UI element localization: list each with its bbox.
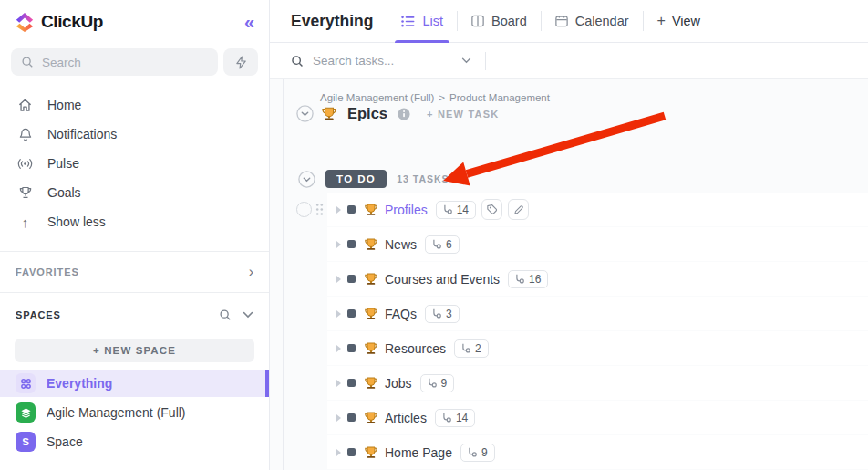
- add-view-button[interactable]: + View: [657, 13, 701, 29]
- expand-caret-icon[interactable]: [336, 276, 341, 283]
- task-row[interactable]: Courses and Events 16: [327, 262, 868, 296]
- status-square-icon[interactable]: [347, 205, 356, 214]
- drag-handle-icon[interactable]: [315, 203, 324, 216]
- task-name[interactable]: Profiles: [385, 203, 428, 217]
- new-task-button[interactable]: + NEW TASK: [427, 109, 499, 120]
- status-square-icon[interactable]: [347, 275, 356, 283]
- space-label: Agile Management (Full): [46, 405, 186, 420]
- tag-button[interactable]: [481, 199, 502, 220]
- spaces-search-icon[interactable]: [219, 308, 232, 321]
- expand-caret-icon[interactable]: [336, 380, 341, 387]
- space-label: Everything: [46, 376, 112, 391]
- info-icon[interactable]: [398, 108, 410, 120]
- task-name[interactable]: News: [385, 237, 417, 252]
- task-row[interactable]: Home Page 9: [327, 435, 868, 469]
- tab-board[interactable]: Board: [471, 0, 527, 43]
- new-space-button[interactable]: + NEW SPACE: [15, 339, 254, 362]
- tab-list[interactable]: List: [401, 0, 443, 43]
- subtask-count-badge[interactable]: 3: [425, 305, 460, 323]
- layers-icon: [16, 402, 36, 423]
- sidebar-search-input[interactable]: Search: [11, 48, 218, 76]
- sidebar-item-space[interactable]: S Space: [0, 428, 269, 455]
- status-square-icon[interactable]: [347, 379, 356, 387]
- sidebar-item-show-less[interactable]: ↑ Show less: [0, 207, 269, 236]
- status-square-icon[interactable]: [347, 344, 356, 352]
- task-name[interactable]: Jobs: [385, 376, 412, 391]
- pencil-icon: [513, 204, 524, 215]
- chevron-down-icon[interactable]: [243, 311, 253, 319]
- chevron-down-icon[interactable]: [461, 57, 471, 64]
- trophy-icon: [321, 106, 337, 122]
- rename-button[interactable]: [508, 199, 529, 220]
- space-label: Space: [46, 434, 83, 449]
- status-badge[interactable]: TO DO: [326, 170, 387, 188]
- status-square-icon[interactable]: [347, 448, 356, 456]
- sidebar-item-everything[interactable]: Everything: [0, 370, 269, 397]
- subtask-count: 6: [446, 238, 452, 251]
- task-name[interactable]: Courses and Events: [385, 272, 500, 287]
- quick-action-button[interactable]: [223, 48, 258, 76]
- task-row[interactable]: News 6: [327, 227, 868, 261]
- clickup-logo[interactable]: ClickUp: [15, 11, 103, 33]
- subtask-count-badge[interactable]: 2: [454, 339, 489, 358]
- subtask-count-badge[interactable]: 9: [460, 444, 495, 462]
- task-toolbar: Search tasks...: [270, 43, 868, 79]
- expand-caret-icon[interactable]: [336, 345, 341, 352]
- brand-name: ClickUp: [41, 12, 103, 32]
- subtask-icon: [466, 446, 478, 458]
- expand-caret-icon[interactable]: [336, 241, 341, 248]
- breadcrumb[interactable]: Agile Management (Full)>Product Manageme…: [320, 92, 550, 103]
- subtask-icon: [513, 273, 525, 285]
- subtask-count-badge[interactable]: 9: [420, 374, 455, 392]
- expand-caret-icon[interactable]: [336, 449, 341, 456]
- collapse-sidebar-icon[interactable]: «: [244, 13, 254, 31]
- select-task-circle[interactable]: [296, 202, 312, 217]
- favorites-header[interactable]: FAVORITES ›: [0, 252, 269, 292]
- subtask-icon: [426, 377, 438, 389]
- tab-calendar[interactable]: Calendar: [555, 0, 629, 43]
- collapse-toggle-icon[interactable]: [296, 105, 314, 122]
- home-icon: [16, 98, 34, 113]
- task-name[interactable]: Resources: [385, 341, 446, 356]
- task-name[interactable]: Home Page: [385, 445, 452, 460]
- task-row[interactable]: Resources 2: [327, 331, 868, 365]
- subtask-count-badge[interactable]: 14: [436, 201, 476, 219]
- subtask-count: 14: [457, 204, 469, 216]
- subtask-count-badge[interactable]: 16: [508, 270, 548, 288]
- space-initial-avatar: S: [16, 432, 36, 452]
- sidebar-item-pulse[interactable]: Pulse: [0, 149, 269, 178]
- task-search-input[interactable]: Search tasks...: [291, 54, 471, 68]
- status-square-icon[interactable]: [347, 309, 356, 318]
- status-square-icon[interactable]: [347, 240, 356, 248]
- breadcrumb-space[interactable]: Agile Management (Full): [320, 92, 434, 103]
- goals-trophy-icon: [16, 185, 34, 200]
- breadcrumb-separator: >: [439, 92, 445, 103]
- view-header: Everything List Board: [270, 0, 868, 43]
- task-row[interactable]: Profiles 14: [327, 193, 868, 226]
- subtask-count-badge[interactable]: 6: [425, 235, 460, 254]
- chevron-right-icon[interactable]: ›: [249, 264, 253, 280]
- task-row[interactable]: Jobs 9: [327, 366, 868, 400]
- group-collapse-icon[interactable]: [298, 171, 315, 188]
- task-name[interactable]: Articles: [385, 411, 427, 425]
- status-square-icon[interactable]: [347, 413, 356, 422]
- expand-caret-icon[interactable]: [336, 414, 341, 422]
- divider: [485, 52, 486, 70]
- spaces-header[interactable]: SPACES: [0, 298, 269, 331]
- breadcrumb-folder[interactable]: Product Management: [450, 92, 550, 103]
- sidebar-item-notifications[interactable]: Notifications: [0, 120, 269, 149]
- expand-caret-icon[interactable]: [336, 206, 341, 214]
- expand-caret-icon[interactable]: [336, 310, 341, 318]
- task-row[interactable]: Articles 14: [327, 401, 868, 434]
- sidebar-item-goals[interactable]: Goals: [0, 178, 269, 207]
- pulse-icon: [16, 157, 34, 171]
- subtask-icon: [440, 412, 452, 423]
- list-header: Epics + NEW TASK: [296, 105, 499, 122]
- sidebar-item-home[interactable]: Home: [0, 90, 269, 120]
- subtask-count-badge[interactable]: 14: [435, 409, 475, 427]
- subtask-count: 14: [456, 412, 468, 424]
- sidebar-item-label: Show less: [47, 214, 106, 229]
- task-row[interactable]: FAQs 3: [327, 297, 868, 330]
- sidebar-item-agile-management[interactable]: Agile Management (Full): [0, 399, 269, 426]
- task-name[interactable]: FAQs: [385, 307, 417, 321]
